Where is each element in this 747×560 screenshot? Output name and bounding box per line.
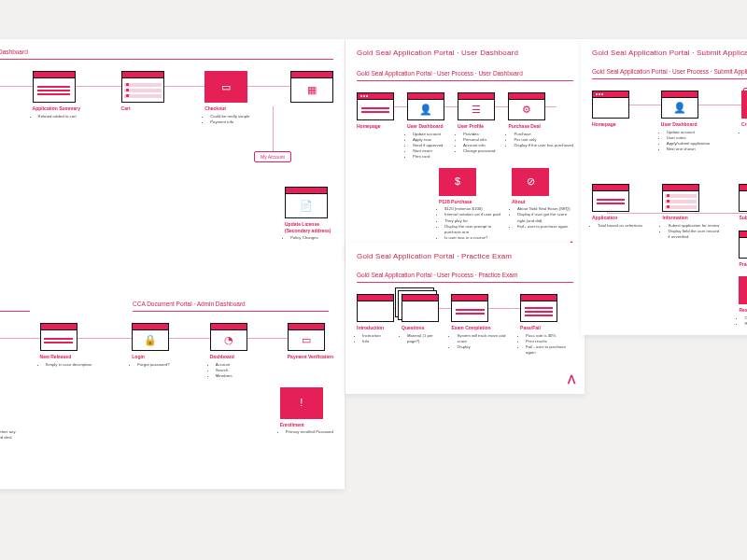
alert-icon: ! — [300, 398, 303, 408]
panel-sub: Gold Seal Application Portal · User Proc… — [0, 49, 333, 55]
gear-icon: ⚙ — [522, 105, 531, 115]
divider — [0, 59, 333, 60]
panel-practice-exam: Gold Seal Application Portal · Practice … — [345, 243, 585, 394]
panel-submit-application: Gold Seal Application Portal · Submit Ap… — [581, 39, 747, 335]
profile-icon: ☰ — [472, 105, 481, 115]
section-title: CCA Document Portal · Admin Dashboard — [133, 301, 329, 307]
user-icon: 👤 — [673, 103, 686, 113]
panel-title: Gold Seal Application Portal · Practice … — [357, 252, 573, 260]
card-checkout: ▭ Checkout Could be really simplePayment… — [204, 71, 249, 125]
panel-sub: Gold Seal Application Portal · User Proc… — [357, 272, 573, 278]
user-icon: 👤 — [419, 105, 432, 115]
flow-row: IntroductionInstructionInfo QuestionsMat… — [357, 294, 573, 356]
section-title: Place Deal — [0, 301, 30, 307]
flow-row: ✔ Confirm Renewed Titles 📄 Update Licens… — [0, 187, 333, 241]
flow-row: Homepage 👤User DashboardUpdate accountUs… — [592, 91, 747, 152]
flow-row: Homepage 👤User DashboardUpdate accountAp… — [357, 92, 573, 161]
panel-title: Gold Seal Application Portal · User Dash… — [357, 49, 573, 57]
panel-left-flows: Gold Seal Application Portal · User Proc… — [0, 39, 345, 489]
panel-sub: Gold Seal Application Portal · User Proc… — [357, 70, 573, 77]
card-standalone: 📄 — [0, 248, 333, 280]
pill-my-account: My Account — [254, 151, 291, 162]
flow-row: ApplicationTotal based on selections Inf… — [592, 184, 747, 327]
card-enrollment: ! Enrollment Primary enrolled Password — [280, 387, 333, 436]
card-purchase-deal: 🛒 Purchase Deal A user logged in can now… — [0, 387, 17, 441]
card-app-summary: Application Summary Related added to car… — [33, 71, 80, 119]
flow-row: Registration Form Application SelectSome… — [0, 71, 333, 131]
card-icon: ▭ — [302, 335, 311, 345]
document-icon: ▦ — [307, 85, 317, 95]
gauge-icon: ◔ — [224, 335, 233, 345]
flow-row: 👤Information 👥New InformationIf this typ… — [0, 323, 333, 379]
lock-icon: 🔒 — [144, 335, 157, 345]
panel-sub: Gold Seal Application Portal · User Proc… — [592, 68, 747, 75]
price-icon: $ — [455, 176, 460, 187]
card-update-license: 📄 Update License (Secondary address) Pol… — [285, 187, 333, 241]
card-cart: Cart — [121, 71, 164, 112]
brand-logo-icon: ᐱ — [568, 373, 575, 386]
panel-user-dashboard: Gold Seal Application Portal · User Dash… — [345, 39, 585, 260]
card-final: ▦ — [290, 71, 333, 103]
panel-title: Gold Seal Application Portal · Submit Ap… — [592, 49, 747, 57]
card-accent-icon: ▭ — [221, 82, 231, 92]
deny-icon: ⊘ — [527, 176, 535, 187]
file-icon: 📄 — [300, 201, 313, 211]
